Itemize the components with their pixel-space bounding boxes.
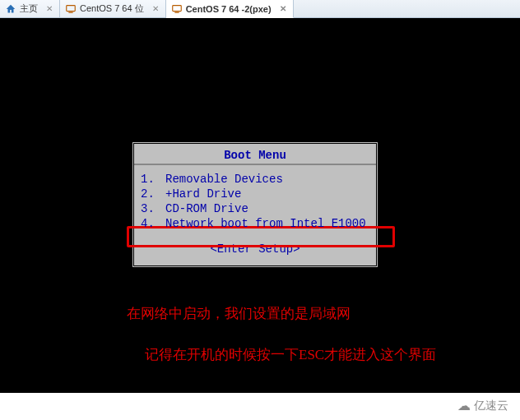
- svg-rect-0: [67, 5, 76, 11]
- close-icon[interactable]: ✕: [278, 4, 288, 14]
- watermark: ☁ 亿速云: [451, 396, 515, 415]
- item-label: CD-ROM Drive: [165, 202, 248, 215]
- item-number: 2.: [141, 187, 165, 201]
- bios-menu-title: Boot Menu: [134, 144, 376, 165]
- vm-icon: [171, 3, 183, 15]
- item-label: +Hard Drive: [165, 187, 241, 201]
- vm-icon: [65, 3, 77, 15]
- tab-bar: 主页 ✕ CentOS 7 64 位 ✕ CentOS 7 64 -2(pxe)…: [0, 0, 520, 18]
- item-number: 3.: [141, 202, 165, 215]
- item-label: Network boot from Intel E1000: [165, 217, 366, 230]
- bios-menu-item-selected[interactable]: 4. Network boot from Intel E1000: [139, 216, 371, 231]
- tab-label: CentOS 7 64 -2(pxe): [186, 4, 272, 14]
- tab-label: CentOS 7 64 位: [80, 2, 144, 15]
- tab-vm-2-active[interactable]: CentOS 7 64 -2(pxe) ✕: [166, 0, 294, 18]
- close-icon[interactable]: ✕: [151, 4, 160, 14]
- tab-home[interactable]: 主页 ✕: [0, 0, 60, 17]
- item-number: 1.: [141, 173, 165, 186]
- bios-menu-item[interactable]: 1. Removable Devices: [139, 172, 371, 187]
- bios-menu-item[interactable]: 2. +Hard Drive: [139, 187, 371, 201]
- svg-rect-2: [172, 5, 181, 11]
- bios-menu-list: 1. Removable Devices 2. +Hard Drive 3. C…: [134, 165, 376, 234]
- annotation-text-1: 在网络中启动，我们设置的是局域网: [127, 304, 351, 323]
- vm-console-screen[interactable]: Boot Menu 1. Removable Devices 2. +Hard …: [0, 18, 520, 393]
- tab-label: 主页: [20, 2, 38, 15]
- item-label: Removable Devices: [165, 173, 283, 186]
- cloud-icon: ☁: [457, 398, 471, 413]
- bios-boot-menu: Boot Menu 1. Removable Devices 2. +Hard …: [132, 141, 378, 268]
- bios-menu-item[interactable]: 3. CD-ROM Drive: [139, 201, 371, 216]
- item-number: 4.: [141, 217, 165, 230]
- svg-rect-1: [68, 12, 72, 12]
- close-icon[interactable]: ✕: [44, 4, 54, 14]
- watermark-text: 亿速云: [474, 399, 508, 413]
- bios-enter-setup[interactable]: <Enter Setup>: [134, 234, 376, 265]
- tab-vm-1[interactable]: CentOS 7 64 位 ✕: [60, 0, 166, 17]
- annotation-text-2: 记得在开机的时候按一下ESC才能进入这个界面: [145, 345, 436, 364]
- svg-rect-3: [174, 12, 179, 12]
- home-icon: [5, 3, 16, 15]
